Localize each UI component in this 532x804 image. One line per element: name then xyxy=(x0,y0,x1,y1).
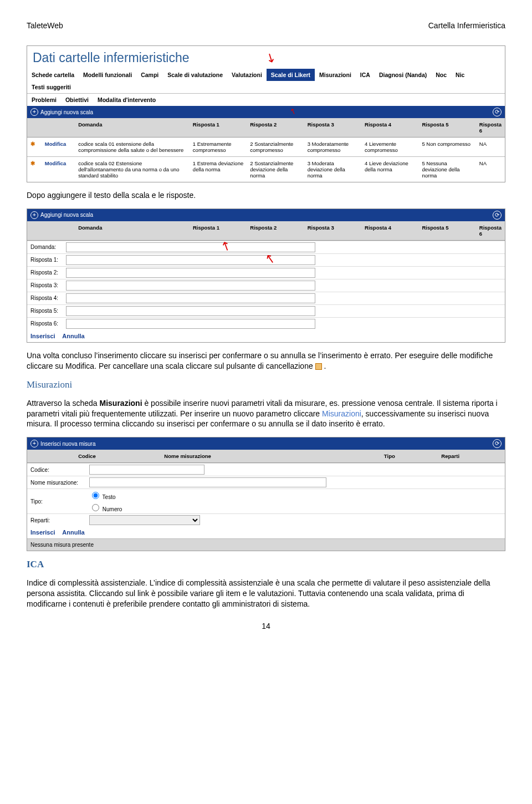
delete-icon[interactable]: ✱ xyxy=(30,141,35,147)
col-header: Nome misurazione xyxy=(161,450,381,463)
field-input[interactable] xyxy=(66,268,315,278)
refresh-icon[interactable]: ⟳ xyxy=(493,211,502,220)
col-header xyxy=(42,450,75,463)
link-misurazioni[interactable]: Misurazioni xyxy=(322,409,361,418)
col-header xyxy=(27,221,42,241)
radio-numero-input[interactable] xyxy=(92,504,99,511)
addbar: + Inserisci nuova misura ⟳ xyxy=(27,437,505,450)
plus-icon: + xyxy=(30,211,38,219)
col-header: Risposta 1 xyxy=(190,221,247,241)
doc-title-right: Cartella Infermieristica xyxy=(428,21,505,30)
field-label: Risposta 3: xyxy=(30,282,63,288)
tab-scale-di-valutazione[interactable]: Scale di valutazione xyxy=(163,69,227,81)
codice-input[interactable] xyxy=(89,465,204,475)
add-measure-button[interactable]: + Inserisci nuova misura xyxy=(30,440,95,447)
tab-noc[interactable]: Noc xyxy=(431,69,451,81)
add-scale-label: Aggiungi nuova scala xyxy=(40,212,93,218)
col-header: Risposta 2 xyxy=(247,221,304,241)
tab-scale-di-likert[interactable]: Scale di Likert xyxy=(267,69,315,81)
col-header: Risposta 2 xyxy=(247,118,304,138)
tab-valutazioni[interactable]: Valutazioni xyxy=(227,69,267,81)
label-nome: Nome misurazione: xyxy=(30,480,86,486)
radio-testo[interactable]: Testo xyxy=(89,490,145,500)
field-input[interactable] xyxy=(66,281,315,291)
col-header: Risposta 4 xyxy=(361,118,418,138)
form-row: Risposta 6: xyxy=(27,317,505,330)
tabbar-row2: ProblemiObiettiviModalita d'intervento xyxy=(27,94,505,106)
addbar: + Aggiungi nuova scala ⟳ xyxy=(27,209,505,221)
page-header: TaleteWeb Cartella Infermieristica xyxy=(27,21,505,30)
tab-problemi[interactable]: Problemi xyxy=(27,94,61,106)
plus-icon: + xyxy=(30,108,38,116)
row-reparti: Reparti: xyxy=(27,513,505,526)
delete-icon xyxy=(315,363,322,370)
empty-message: Nessuna misura presente xyxy=(27,538,505,551)
col-header: Tipo xyxy=(381,450,438,463)
form-row: Risposta 1: xyxy=(27,253,505,266)
radio-numero[interactable]: Numero xyxy=(89,502,145,512)
likert-table: DomandaRisposta 1Risposta 2Risposta 3Ris… xyxy=(27,118,505,182)
paragraph: Attraverso la scheda Misurazioni è possi… xyxy=(27,398,505,430)
insert-button[interactable]: Inserisci xyxy=(30,333,55,339)
field-label: Risposta 5: xyxy=(30,308,63,314)
modify-link[interactable]: Modifica xyxy=(45,160,66,166)
col-header: Risposta 5 xyxy=(418,118,475,138)
insert-button[interactable]: Inserisci xyxy=(30,529,55,536)
reparti-select[interactable] xyxy=(89,515,200,525)
col-header: Codice xyxy=(75,450,161,463)
add-scale-button[interactable]: + Aggiungi nuova scala xyxy=(30,211,93,219)
panel-new-scale: + Aggiungi nuova scala ⟳ DomandaRisposta… xyxy=(27,208,505,343)
field-label: Risposta 6: xyxy=(30,320,63,327)
form-row: Risposta 3: xyxy=(27,279,505,292)
table-row: ✱Modificacodice scala 02 Estensione dell… xyxy=(27,157,505,182)
form-row: Risposta 2: xyxy=(27,266,505,279)
table-row: ✱Modificacodice scala 01 estensione dell… xyxy=(27,138,505,157)
tab-campi[interactable]: Campi xyxy=(136,69,163,81)
plus-icon: + xyxy=(30,440,38,447)
heading-ica: ICA xyxy=(27,559,505,570)
tab-modelli-funzionali[interactable]: Modelli funzionali xyxy=(79,69,136,81)
cancel-button[interactable]: Annulla xyxy=(62,333,84,339)
field-label: Risposta 1: xyxy=(30,257,63,263)
tab-modalita-d-intervento[interactable]: Modalita d'intervento xyxy=(93,94,160,106)
col-header: Risposta 3 xyxy=(304,221,361,241)
col-header xyxy=(42,221,75,241)
delete-icon[interactable]: ✱ xyxy=(30,160,35,166)
field-input[interactable] xyxy=(66,306,315,316)
field-input[interactable] xyxy=(66,255,315,265)
cancel-button[interactable]: Annulla xyxy=(62,529,84,536)
add-scale-button[interactable]: + Aggiungi nuova scala xyxy=(30,108,93,116)
tab-diagnosi-nanda-[interactable]: Diagnosi (Nanda) xyxy=(375,69,431,81)
col-header: Domanda xyxy=(75,221,190,241)
form-row: Domanda: xyxy=(27,241,505,253)
field-input[interactable] xyxy=(66,293,315,303)
label-reparti: Reparti: xyxy=(30,517,86,523)
form-row: Risposta 4: xyxy=(27,292,505,304)
field-input[interactable] xyxy=(66,242,315,252)
tab-misurazioni[interactable]: Misurazioni xyxy=(315,69,356,81)
heading-misurazioni: Misurazioni xyxy=(27,379,505,390)
tab-ica[interactable]: ICA xyxy=(356,69,375,81)
label-tipo: Tipo: xyxy=(30,498,86,505)
col-header xyxy=(27,450,42,463)
field-input[interactable] xyxy=(66,319,315,329)
nome-input[interactable] xyxy=(89,477,326,487)
refresh-icon[interactable]: ⟳ xyxy=(493,108,502,116)
refresh-icon[interactable]: ⟳ xyxy=(493,439,502,448)
tab-nic[interactable]: Nic xyxy=(451,69,469,81)
scale-header-table: DomandaRisposta 1Risposta 2Risposta 3Ris… xyxy=(27,221,505,241)
panel-title: Dati cartelle infermieristiche xyxy=(27,46,505,69)
row-nome: Nome misurazione: xyxy=(27,476,505,488)
tab-obiettivi[interactable]: Obiettivi xyxy=(61,94,93,106)
tab-testi-suggeriti[interactable]: Testi suggeriti xyxy=(27,81,75,93)
field-label: Risposta 4: xyxy=(30,295,63,301)
radio-testo-input[interactable] xyxy=(92,492,99,499)
col-header: Risposta 3 xyxy=(304,118,361,138)
row-tipo: Tipo: Testo Numero xyxy=(27,488,505,513)
tab-schede-cartella[interactable]: Schede cartella xyxy=(27,69,79,81)
modify-link[interactable]: Modifica xyxy=(45,141,66,147)
col-header xyxy=(27,118,42,138)
col-header: Risposta 4 xyxy=(361,221,418,241)
page-number: 14 xyxy=(27,622,505,630)
panel-likert: ↘ Dati cartelle infermieristiche Schede … xyxy=(27,45,505,182)
